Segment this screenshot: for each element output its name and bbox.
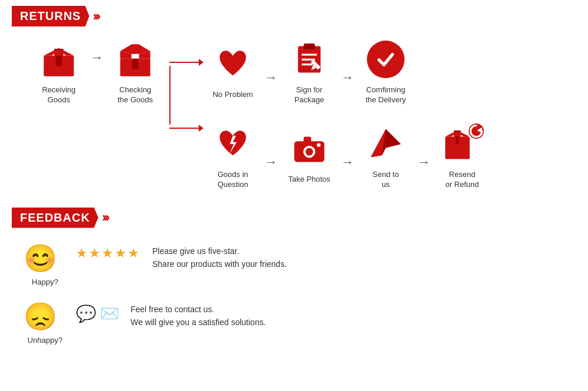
svg-rect-6 xyxy=(132,59,138,69)
top-arrowhead xyxy=(199,59,203,66)
happy-text: Please give us five-star. Share our prod… xyxy=(152,245,287,271)
take-photos-label: Take Photos xyxy=(288,175,330,185)
feedback-section: FEEDBACK ››› 😊 Happy? ★★★★★ Please give … xyxy=(12,208,576,345)
sign-package-label: Sign for Package xyxy=(295,85,325,105)
resend-icon-container xyxy=(443,125,481,163)
receiving-goods-icon xyxy=(38,38,80,81)
split-arrows xyxy=(169,59,203,132)
flow-node-confirming: Comfirming the Delivery xyxy=(356,38,415,105)
noproblem-label: No Problem xyxy=(213,90,253,100)
unhappy-label: Unhappy? xyxy=(28,336,62,345)
return-badge xyxy=(467,122,486,141)
send-us-icon xyxy=(365,123,407,165)
receiving-goods-label: Receiving Goods xyxy=(42,85,75,105)
top-branch-line xyxy=(169,59,203,66)
feedback-title: FEEDBACK xyxy=(12,208,98,228)
goods-question-icon xyxy=(212,123,254,165)
returns-section-header: RETURNS ››› xyxy=(12,6,576,26)
flow-node-noproblem: No Problem xyxy=(203,43,262,100)
checking-goods-label: Checking the Goods xyxy=(118,85,153,105)
svg-point-21 xyxy=(306,148,313,156)
chat-icon: 💬 xyxy=(76,304,96,323)
unhappy-face-icon: 😞 xyxy=(24,300,57,332)
checking-goods-icon xyxy=(114,38,156,81)
svg-rect-30 xyxy=(454,131,461,132)
flow-node-sendus: Send to us xyxy=(356,123,415,190)
flow-node-sign: Sign for Package xyxy=(280,38,339,105)
svg-marker-25 xyxy=(386,129,401,148)
svg-rect-3 xyxy=(54,49,63,50)
top-path: No Problem → xyxy=(203,38,415,105)
happy-stars: ★★★★★ xyxy=(76,246,141,261)
confirming-delivery-label: Comfirming the Delivery xyxy=(366,85,406,105)
take-photos-icon xyxy=(288,128,330,170)
unhappy-text: Feel free to contact us. We will give yo… xyxy=(131,303,266,329)
vert-line xyxy=(169,66,171,125)
arrow-2: → xyxy=(262,70,280,85)
circle-check-bg xyxy=(367,41,405,78)
svg-rect-13 xyxy=(302,54,317,55)
noproblem-icon xyxy=(212,43,254,85)
bottom-branch-line xyxy=(169,125,203,132)
feedback-unhappy-row: 😞 Unhappy? 💬 ✉️ Feel free to contact us.… xyxy=(24,298,576,345)
arrow-1: → xyxy=(88,50,106,65)
svg-rect-4 xyxy=(56,56,62,66)
flow-diagram: Receiving Goods → Checking the Goods xyxy=(29,38,576,190)
five-stars: ★★★★★ xyxy=(76,246,141,261)
arrow-4: → xyxy=(262,155,280,170)
unhappy-col: 😞 Unhappy? xyxy=(24,298,66,345)
top-h-line xyxy=(169,62,199,63)
resend-refund-label: Resend or Refund xyxy=(445,170,479,190)
resend-refund-icon xyxy=(441,123,483,165)
bottom-arrowhead xyxy=(199,125,203,132)
svg-marker-32 xyxy=(477,127,482,133)
flow-node-resend: Resend or Refund xyxy=(433,123,492,190)
returns-chevron-deco: ››› xyxy=(93,9,99,24)
sign-package-icon xyxy=(288,38,330,81)
split-section: No Problem → xyxy=(165,38,492,190)
bottom-path: Goods in Question → xyxy=(203,123,492,190)
arrow-5: → xyxy=(339,155,356,170)
flow-node-checking: Checking the Goods xyxy=(106,38,165,105)
svg-rect-12 xyxy=(303,44,315,49)
svg-rect-15 xyxy=(302,64,312,65)
happy-label: Happy? xyxy=(32,278,58,286)
send-us-label: Send to us xyxy=(373,170,399,190)
flow-node-receiving: Receiving Goods xyxy=(29,38,88,105)
arrow-3: → xyxy=(339,70,356,85)
happy-face-icon: 😊 xyxy=(24,242,57,274)
returns-title: RETURNS xyxy=(12,6,89,26)
goods-question-label: Goods in Question xyxy=(218,170,248,190)
flow-node-goods-question: Goods in Question xyxy=(203,123,262,190)
flow-node-takephotos: Take Photos xyxy=(280,128,339,185)
bottom-h-line xyxy=(169,128,199,129)
svg-rect-31 xyxy=(456,136,459,144)
two-paths: No Problem → xyxy=(203,38,492,190)
confirming-delivery-icon xyxy=(365,38,407,81)
feedback-section-header: FEEDBACK ››› xyxy=(12,208,576,228)
email-icon: ✉️ xyxy=(100,305,119,323)
svg-rect-22 xyxy=(303,137,311,143)
feedback-chevron-deco: ››› xyxy=(102,210,108,225)
arrow-6: → xyxy=(415,155,433,170)
svg-point-23 xyxy=(317,143,320,147)
feedback-happy-row: 😊 Happy? ★★★★★ Please give us five-star.… xyxy=(24,240,576,286)
happy-col: 😊 Happy? xyxy=(24,240,66,286)
unhappy-icons: 💬 ✉️ xyxy=(76,304,119,323)
